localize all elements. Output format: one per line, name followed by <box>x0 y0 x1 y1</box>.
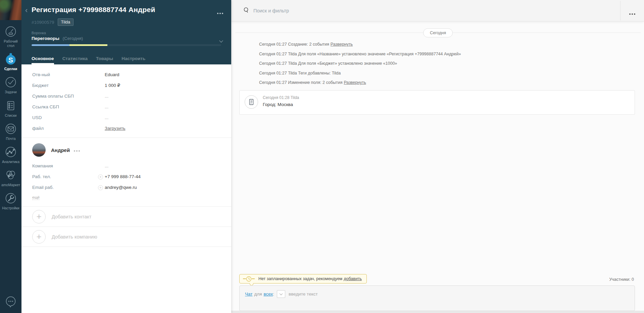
add-contact-button[interactable]: + Добавить контакт <box>21 207 231 227</box>
note-icon <box>245 95 258 109</box>
phone-value[interactable]: +7 999 888-77-44 <box>105 174 141 179</box>
note-text: Город: Москва <box>263 102 299 107</box>
expand-link[interactable]: Развернуть <box>331 42 353 47</box>
sidebar-item-analytics[interactable]: Аналитика <box>0 145 21 164</box>
banner-message: Нет запланированных задач, рекомендуем <box>258 276 342 281</box>
field-row-company: Компания ... <box>21 160 231 171</box>
contact-fields: Компания ... Раб. тел. + +7 999 888-77-4… <box>21 160 231 193</box>
day-divider-label: Сегодня <box>423 28 453 37</box>
tasks-icon <box>4 75 17 89</box>
sidebar-item-mail[interactable]: Почта <box>0 122 21 141</box>
field-value[interactable]: 1 000 ₽ <box>105 83 120 88</box>
search-icon <box>243 7 249 14</box>
stage-hint: (Сегодня) <box>63 36 83 41</box>
field-value[interactable]: Eduard <box>105 72 119 77</box>
plus-icon: + <box>32 210 46 223</box>
deal-panel: ‹ Регистрация +79998887744 Андрей #10900… <box>21 0 231 313</box>
sidebar-item-deals[interactable]: S Сделки <box>0 52 21 71</box>
field-row-work-phone: Раб. тел. + +7 999 888-77-44 <box>21 171 231 182</box>
contact-menu-button[interactable] <box>74 147 80 153</box>
message-input[interactable] <box>289 292 629 297</box>
clock-icon <box>246 276 252 282</box>
audience-link[interactable]: всех <box>263 292 273 297</box>
stage-progress-bar[interactable] <box>32 44 221 46</box>
sidebar-item-tasks[interactable]: Задачи <box>0 75 21 94</box>
add-company-label: Добавить компанию <box>52 234 97 240</box>
sidebar-item-label: Задачи <box>5 90 16 94</box>
message-composer[interactable]: Чат для всех : <box>239 285 635 311</box>
tab-setup[interactable]: Настроить <box>121 56 145 64</box>
deal-id-row: #10900579 Tilda <box>32 18 221 26</box>
field-row-file: файл Загрузить <box>21 123 231 134</box>
sidebar-item-label: Почта <box>6 137 15 141</box>
colon-label: : <box>273 292 274 297</box>
add-company-button[interactable]: + Добавить компанию <box>21 227 231 247</box>
add-task-link[interactable]: добавить <box>344 276 362 281</box>
contact-header: Андрей <box>32 143 231 157</box>
field-row-responsible: Отв-ный Eduard <box>21 69 231 80</box>
field-value[interactable]: ... <box>105 163 108 168</box>
field-label: Раб. тел. <box>32 174 105 179</box>
analytics-icon <box>4 145 17 159</box>
field-value[interactable]: ... <box>105 104 108 109</box>
no-tasks-banner: Нет запланированных задач, рекомендуемдо… <box>239 274 367 283</box>
note-meta: Сегодня 01:28 Tilda <box>263 95 299 100</box>
event-row: Сегодня 01:27 Tilda Для поля «Бюджет» ус… <box>259 61 644 66</box>
chat-type-link[interactable]: Чат <box>245 292 252 297</box>
back-icon[interactable]: ‹ <box>25 7 28 14</box>
note-card[interactable]: Сегодня 01:28 Tilda Город: Москва <box>239 90 635 115</box>
chat-bubble-icon <box>4 304 17 309</box>
progress-segment-done <box>32 44 69 46</box>
chevron-down-icon <box>280 292 283 295</box>
dash-decor <box>252 278 255 279</box>
sidebar-item-settings[interactable]: Настройки <box>0 192 21 210</box>
composer-row: Чат для всех : <box>245 290 629 298</box>
divider <box>620 1 621 20</box>
deal-tabs: Основное Статистика Товары Настроить <box>32 56 145 64</box>
field-label: Отв-ный <box>32 72 105 77</box>
tab-statistics[interactable]: Статистика <box>62 56 88 64</box>
contact-avatar[interactable] <box>32 143 46 157</box>
field-row-usd: USD ... <box>21 112 231 123</box>
sidebar-nav: Рабочий стол S Сделки З <box>0 20 21 215</box>
plus-icon: + <box>32 230 46 244</box>
deal-header: ‹ Регистрация +79998887744 Андрей #10900… <box>21 0 231 64</box>
deal-menu-button[interactable] <box>217 9 223 15</box>
dashboard-icon <box>4 25 17 38</box>
email-value[interactable]: andrey@qwe.ru <box>105 185 137 190</box>
ellipsis-icon <box>217 13 223 14</box>
event-text: Сегодня 01:27 Изменение поля: 2 события <box>259 80 342 85</box>
tab-main[interactable]: Основное <box>32 56 54 64</box>
event-text: Сегодня 01:27 Tilda Для поля «Бюджет» ус… <box>259 61 397 66</box>
feed-menu-button[interactable] <box>629 10 635 16</box>
deal-title[interactable]: Регистрация +79998887744 Андрей <box>32 0 221 14</box>
event-row: Сегодня 01:27 Tilda Теги добавлены: Tild… <box>259 71 644 75</box>
upload-file-link[interactable]: Загрузить <box>105 126 126 131</box>
show-more-link[interactable]: ещё <box>32 195 40 200</box>
audience-select[interactable] <box>277 290 285 298</box>
sidebar-item-lists[interactable]: Списки <box>0 99 21 118</box>
sidebar-item-market[interactable]: amoМаркет <box>0 168 21 187</box>
stage-name[interactable]: Переговоры <box>32 36 59 41</box>
tab-products[interactable]: Товары <box>96 56 113 64</box>
deal-tag-tilda[interactable]: Tilda <box>58 18 74 26</box>
field-value[interactable]: ... <box>105 94 108 99</box>
event-text: Сегодня 01:27 Создание: 2 события <box>259 42 329 47</box>
add-phone-icon[interactable]: + <box>98 174 103 179</box>
sidebar-item-desktop[interactable]: Рабочий стол <box>0 25 21 48</box>
add-email-icon[interactable]: + <box>98 185 103 190</box>
sidebar: Рабочий стол S Сделки З <box>0 0 21 313</box>
bottom-strip <box>231 311 644 313</box>
stage-row[interactable]: Переговоры (Сегодня) <box>32 36 221 41</box>
account-avatar[interactable] <box>0 0 21 20</box>
banner-text: Нет запланированных задач, рекомендуемдо… <box>258 276 362 281</box>
contact-name[interactable]: Андрей <box>51 147 70 153</box>
support-chat-button[interactable] <box>4 295 17 310</box>
participants-counter: Участники: 0 <box>609 277 634 282</box>
event-row: Сегодня 01:27 Tilda Для поля «Название» … <box>259 52 644 56</box>
field-value[interactable]: ... <box>105 115 108 120</box>
expand-link[interactable]: Развернуть <box>344 80 366 85</box>
search-input[interactable] <box>253 8 644 13</box>
field-row-sbp-link: Ссылка СБП ... <box>21 101 231 112</box>
event-text: Сегодня 01:27 Tilda Теги добавлены: Tild… <box>259 71 341 75</box>
